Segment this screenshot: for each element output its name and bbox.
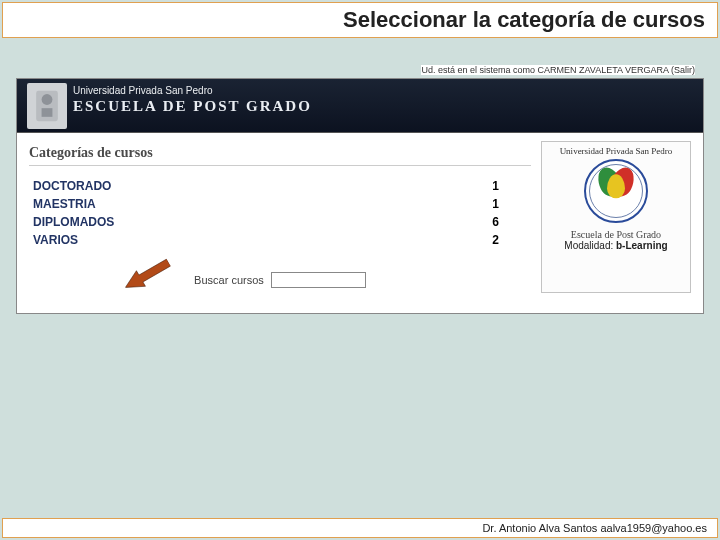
content-row: Categorías de cursos DOCTORADO 1 MAESTRI… xyxy=(17,133,703,313)
app-screenshot: Ud. está en el sistema como CARMEN ZAVAL… xyxy=(16,78,704,314)
category-link-diplomados[interactable]: DIPLOMADOS xyxy=(31,214,372,230)
header-university-name: Universidad Privada San Pedro xyxy=(73,85,693,96)
category-row: MAESTRIA 1 xyxy=(31,196,529,212)
category-count: 1 xyxy=(374,178,529,194)
main-area: Ud. está en el sistema como CARMEN ZAVAL… xyxy=(16,78,704,314)
user-session-line: Ud. está en el sistema como CARMEN ZAVAL… xyxy=(421,65,695,75)
emblem-icon xyxy=(34,88,60,124)
categories-table: DOCTORADO 1 MAESTRIA 1 DIPLOMADOS 6 VARI… xyxy=(29,176,531,250)
sidebox-modality: Modalidad: b-Learning xyxy=(547,240,685,251)
categories-column: Categorías de cursos DOCTORADO 1 MAESTRI… xyxy=(29,141,531,293)
university-emblem xyxy=(27,83,67,129)
category-link-maestria[interactable]: MAESTRIA xyxy=(31,196,372,212)
sidebox-school: Escuela de Post Grado xyxy=(547,229,685,240)
category-count: 6 xyxy=(374,214,529,230)
info-side-box: Universidad Privada San Pedro Escuela de… xyxy=(541,141,691,293)
sidebox-modality-prefix: Modalidad: xyxy=(564,240,616,251)
svg-rect-2 xyxy=(42,108,53,117)
sidebox-modality-value: b-Learning xyxy=(616,240,668,251)
categories-heading: Categorías de cursos xyxy=(29,141,531,166)
category-row: DOCTORADO 1 xyxy=(31,178,529,194)
category-link-doctorado[interactable]: DOCTORADO xyxy=(31,178,372,194)
category-link-varios[interactable]: VARIOS xyxy=(31,232,372,248)
university-logo xyxy=(584,159,648,223)
svg-point-1 xyxy=(42,94,53,105)
search-row: Buscar cursos xyxy=(29,272,531,288)
slide-title: Seleccionar la categoría de cursos xyxy=(15,7,705,33)
search-input[interactable] xyxy=(271,272,366,288)
search-label: Buscar cursos xyxy=(194,274,264,286)
header-school-name: ESCUELA DE POST GRADO xyxy=(73,98,693,115)
slide-footer: Dr. Antonio Alva Santos aalva1959@yahoo.… xyxy=(2,518,718,538)
category-count: 1 xyxy=(374,196,529,212)
site-header: Universidad Privada San Pedro ESCUELA DE… xyxy=(17,79,703,133)
slide-title-bar: Seleccionar la categoría de cursos xyxy=(2,2,718,38)
sidebox-university: Universidad Privada San Pedro xyxy=(547,146,685,156)
category-row: DIPLOMADOS 6 xyxy=(31,214,529,230)
logo-leaf-yellow xyxy=(607,174,625,198)
category-count: 2 xyxy=(374,232,529,248)
category-row: VARIOS 2 xyxy=(31,232,529,248)
footer-text: Dr. Antonio Alva Santos aalva1959@yahoo.… xyxy=(482,522,707,534)
